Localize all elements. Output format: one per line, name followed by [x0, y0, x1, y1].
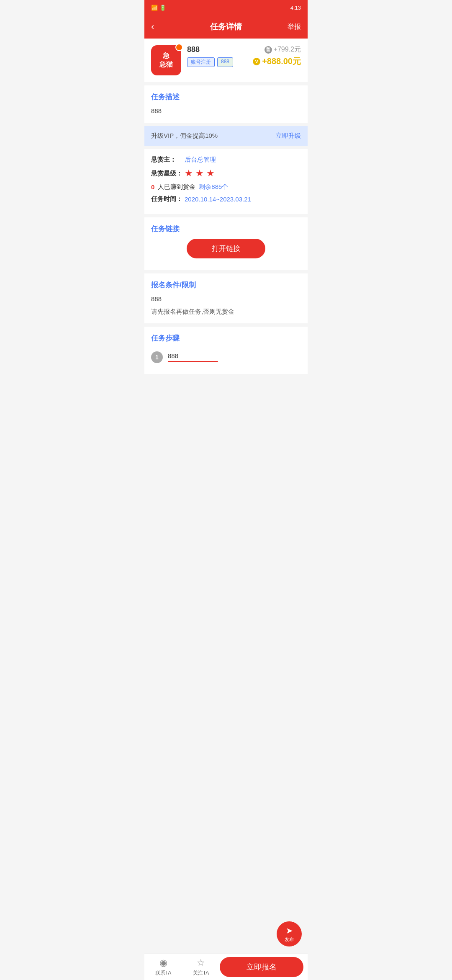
- divider-5: [144, 270, 308, 273]
- task-link-section: 任务链接 打开链接: [144, 217, 308, 270]
- reward-normal: 普 +799.2元: [253, 45, 301, 54]
- vip-banner-text: 升级VIP，佣金提高10%: [151, 132, 218, 140]
- remaining-count: 剩余885个: [199, 183, 228, 191]
- time-value: 2020.10.14~2023.03.21: [185, 196, 251, 203]
- card-info: 888 账号注册 888: [187, 45, 247, 70]
- star-1: ★: [185, 168, 193, 179]
- requirements-text2: 请先报名再做任务,否则无赏金: [151, 307, 301, 317]
- issuer-row: 悬赏主： 后台总管理: [151, 156, 301, 164]
- task-description-section: 任务描述 888: [144, 85, 308, 123]
- status-left: 📶 🔋: [151, 5, 166, 11]
- tag-row: 账号注册 888: [187, 57, 247, 67]
- vip-upgrade-button[interactable]: 立即升级: [276, 132, 301, 140]
- bottom-padding: [144, 374, 308, 407]
- reward-normal-value: +799.2元: [274, 45, 301, 54]
- tag-number: 888: [217, 57, 233, 67]
- status-time: 4:13: [290, 5, 301, 11]
- task-steps-section: 任务步骤 1 888: [144, 327, 308, 374]
- reward-vip-value: +888.00元: [262, 56, 301, 67]
- task-link-title: 任务链接: [151, 224, 301, 234]
- star-row: ★ ★ ★: [185, 168, 215, 179]
- earned-label: 人已赚到赏金: [158, 183, 195, 191]
- status-bar: 📶 🔋 4:13: [144, 0, 308, 15]
- reward-icon-yellow: V: [253, 58, 260, 65]
- header: ‹ 任务详情 举报: [144, 15, 308, 39]
- divider-3: [144, 146, 308, 149]
- step-1-content: 888: [168, 352, 218, 362]
- app-icon: 急急猫: [151, 45, 181, 75]
- divider-1: [144, 82, 308, 85]
- app-icon-badge: [175, 44, 183, 51]
- requirements-text1: 888: [151, 294, 301, 304]
- reward-icon-gray: 普: [265, 46, 272, 54]
- requirements-title: 报名条件/限制: [151, 280, 301, 290]
- issuer-name: 后台总管理: [185, 156, 216, 164]
- earned-row: 0 人已赚到赏金 剩余885个: [151, 183, 301, 191]
- time-row: 任务时间： 2020.10.14~2023.03.21: [151, 195, 301, 203]
- star-row-container: 悬赏星级： ★ ★ ★: [151, 168, 301, 179]
- page-title: 任务详情: [168, 21, 284, 32]
- tag-account: 账号注册: [187, 57, 215, 67]
- step-1-number: 1: [151, 351, 163, 363]
- open-link-button[interactable]: 打开链接: [187, 239, 265, 258]
- divider-2: [144, 123, 308, 126]
- app-icon-text: 急急猫: [159, 52, 173, 69]
- time-label: 任务时间：: [151, 195, 185, 203]
- task-steps-title: 任务步骤: [151, 333, 301, 343]
- task-title: 888: [187, 45, 247, 54]
- star-label: 悬赏星级：: [151, 170, 185, 178]
- signal-icons: 📶 🔋: [151, 5, 166, 11]
- divider-4: [144, 214, 308, 217]
- requirements-section: 报名条件/限制 888 请先报名再做任务,否则无赏金: [144, 273, 308, 323]
- step-1-row: 1 888: [151, 347, 301, 367]
- earned-count: 0: [151, 183, 154, 191]
- card-reward: 普 +799.2元 V +888.00元: [253, 45, 301, 67]
- reward-vip: V +888.00元: [253, 56, 301, 67]
- star-2: ★: [195, 168, 204, 179]
- back-button[interactable]: ‹: [151, 21, 168, 32]
- step-1-progress: [168, 361, 218, 362]
- report-button[interactable]: 举报: [284, 23, 301, 31]
- star-3: ★: [206, 168, 215, 179]
- issuer-label: 悬赏主：: [151, 156, 185, 164]
- task-description-text: 888: [151, 106, 301, 116]
- divider-6: [144, 323, 308, 327]
- vip-banner: 升级VIP，佣金提高10% 立即升级: [144, 126, 308, 146]
- task-description-title: 任务描述: [151, 92, 301, 102]
- task-info-section: 悬赏主： 后台总管理 悬赏星级： ★ ★ ★ 0 人已赚到赏金 剩余885个 任…: [144, 149, 308, 214]
- app-card: 急急猫 888 账号注册 888 普 +799.2元 V +888.00元: [144, 39, 308, 82]
- step-1-text: 888: [168, 352, 218, 359]
